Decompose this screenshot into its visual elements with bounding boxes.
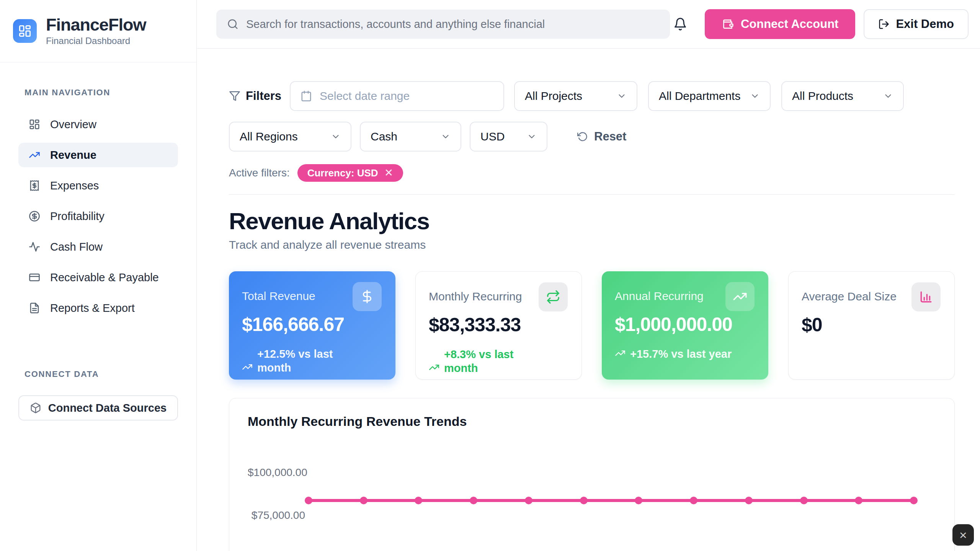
regions-select[interactable]: All Regions bbox=[229, 122, 351, 152]
currency-select-value: USD bbox=[480, 130, 505, 143]
sidebar-item-label: Cash Flow bbox=[50, 241, 103, 253]
products-select[interactable]: All Products bbox=[781, 81, 904, 111]
reset-label: Reset bbox=[594, 130, 626, 143]
chart-data-point[interactable] bbox=[745, 497, 753, 504]
wallet-icon bbox=[722, 18, 734, 30]
sidebar-item-expenses[interactable]: Expenses bbox=[18, 173, 178, 198]
trending-up-icon bbox=[242, 362, 253, 372]
chart-title: Monthly Recurring Revenue Trends bbox=[248, 414, 936, 429]
search-bar[interactable] bbox=[216, 10, 670, 39]
stat-card-change: +12.5% vs last month bbox=[242, 347, 382, 375]
sidebar-item-label: Expenses bbox=[50, 179, 99, 192]
projects-select[interactable]: All Projects bbox=[514, 81, 637, 111]
stat-card-value: $1,000,000.00 bbox=[615, 313, 755, 336]
connect-account-button[interactable]: Connect Account bbox=[705, 9, 855, 39]
chart-data-point[interactable] bbox=[635, 497, 642, 504]
chart-data-point[interactable] bbox=[360, 497, 368, 504]
credit-card-icon bbox=[29, 272, 40, 283]
repeat-icon bbox=[539, 282, 568, 311]
active-filter-chip-currency[interactable]: Currency: USD ✕ bbox=[297, 164, 403, 182]
chart-data-point[interactable] bbox=[800, 497, 808, 504]
stat-card-label: Annual Recurring bbox=[615, 290, 704, 303]
dashboard-icon bbox=[29, 119, 40, 130]
dollar-icon bbox=[353, 282, 382, 311]
chevron-down-icon bbox=[331, 132, 341, 142]
content: Filters Select date range All Projects A… bbox=[197, 49, 980, 551]
mrr-trends-chart-card: Monthly Recurring Revenue Trends $100,00… bbox=[229, 398, 955, 551]
sidebar-item-reports-export[interactable]: Reports & Export bbox=[18, 296, 178, 320]
stat-card-change: +8.3% vs last month bbox=[429, 347, 568, 375]
connect-data-sources-label: Connect Data Sources bbox=[48, 402, 167, 414]
chart-data-point[interactable] bbox=[305, 497, 312, 504]
exit-demo-label: Exit Demo bbox=[896, 17, 954, 31]
close-button[interactable]: × bbox=[952, 524, 974, 546]
sidebar-item-label: Revenue bbox=[50, 149, 96, 161]
filters-row-1: Filters Select date range All Projects A… bbox=[229, 81, 955, 111]
chart-data-point[interactable] bbox=[910, 497, 918, 504]
app-logo-icon bbox=[13, 19, 37, 43]
stat-card-annual-recurring: Annual Recurring $1,000,000.00 +15.7% vs… bbox=[602, 271, 768, 380]
stat-card-label: Total Revenue bbox=[242, 290, 315, 303]
activity-icon bbox=[29, 241, 40, 253]
notifications-button[interactable] bbox=[671, 15, 689, 33]
date-range-input[interactable]: Select date range bbox=[290, 81, 504, 111]
chart-data-point[interactable] bbox=[855, 497, 862, 504]
exit-demo-button[interactable]: Exit Demo bbox=[864, 9, 969, 39]
page-subtitle: Track and analyze all revenue streams bbox=[229, 238, 955, 251]
projects-select-value: All Projects bbox=[525, 90, 582, 103]
reset-filters-button[interactable]: Reset bbox=[577, 130, 626, 143]
circle-dollar-icon bbox=[29, 210, 40, 222]
rotate-ccw-icon bbox=[577, 131, 588, 142]
page-title: Revenue Analytics bbox=[229, 207, 955, 235]
remove-filter-icon[interactable]: ✕ bbox=[384, 168, 393, 178]
mrr-line-chart: $100,000.00 $75,000.00 bbox=[248, 437, 936, 551]
accounting-method-select[interactable]: Cash bbox=[360, 122, 461, 152]
departments-select[interactable]: All Departments bbox=[648, 81, 771, 111]
active-filters-row: Active filters: Currency: USD ✕ bbox=[229, 164, 955, 182]
active-filters-label: Active filters: bbox=[229, 167, 290, 179]
main-navigation: Overview Revenue Expenses bbox=[0, 112, 196, 320]
chevron-down-icon bbox=[883, 91, 893, 101]
chevron-down-icon bbox=[527, 132, 537, 142]
filter-icon bbox=[229, 90, 240, 102]
stat-card-value: $83,333.33 bbox=[429, 314, 568, 336]
sidebar-item-receivable-payable[interactable]: Receivable & Payable bbox=[18, 265, 178, 290]
date-range-placeholder: Select date range bbox=[320, 90, 410, 103]
stat-card-label: Average Deal Size bbox=[802, 290, 897, 303]
trending-up-icon bbox=[725, 282, 755, 311]
sidebar: FinanceFlow Financial Dashboard MAIN NAV… bbox=[0, 0, 197, 551]
chart-data-point[interactable] bbox=[580, 497, 588, 504]
receipt-icon bbox=[29, 180, 40, 191]
sidebar-item-overview[interactable]: Overview bbox=[18, 112, 178, 137]
brand-text: FinanceFlow Financial Dashboard bbox=[46, 16, 146, 46]
top-bar: Connect Account Exit Demo bbox=[197, 0, 980, 49]
sidebar-item-label: Reports & Export bbox=[50, 302, 135, 315]
app-root: FinanceFlow Financial Dashboard MAIN NAV… bbox=[0, 0, 980, 551]
search-input[interactable] bbox=[246, 18, 659, 31]
chart-data-point[interactable] bbox=[415, 497, 422, 504]
chart-data-point[interactable] bbox=[690, 497, 697, 504]
brand: FinanceFlow Financial Dashboard bbox=[0, 0, 196, 62]
sidebar-item-profitability[interactable]: Profitability bbox=[18, 204, 178, 228]
sidebar-item-revenue[interactable]: Revenue bbox=[18, 143, 178, 167]
stat-card-change-text: +8.3% vs last month bbox=[444, 347, 548, 375]
trending-up-icon bbox=[429, 362, 439, 373]
package-icon bbox=[30, 402, 41, 414]
chart-data-point[interactable] bbox=[525, 497, 532, 504]
chart-data-point[interactable] bbox=[470, 497, 477, 504]
sidebar-item-cash-flow[interactable]: Cash Flow bbox=[18, 235, 178, 259]
chevron-down-icon bbox=[750, 91, 760, 101]
currency-select[interactable]: USD bbox=[470, 122, 547, 152]
chevron-down-icon bbox=[441, 132, 451, 142]
brand-name: FinanceFlow bbox=[46, 16, 146, 34]
brand-subtitle: Financial Dashboard bbox=[46, 36, 146, 46]
connect-data-sources-button[interactable]: Connect Data Sources bbox=[18, 395, 178, 421]
connect-data-section-label: CONNECT DATA bbox=[24, 369, 196, 379]
y-axis-tick: $100,000.00 bbox=[248, 466, 305, 479]
log-out-icon bbox=[878, 18, 890, 30]
filters-label: Filters bbox=[246, 89, 281, 103]
sidebar-item-label: Overview bbox=[50, 118, 96, 131]
trending-up-icon bbox=[29, 149, 40, 161]
accounting-method-value: Cash bbox=[371, 130, 397, 143]
stat-card-average-deal-size: Average Deal Size $0 bbox=[788, 271, 955, 380]
